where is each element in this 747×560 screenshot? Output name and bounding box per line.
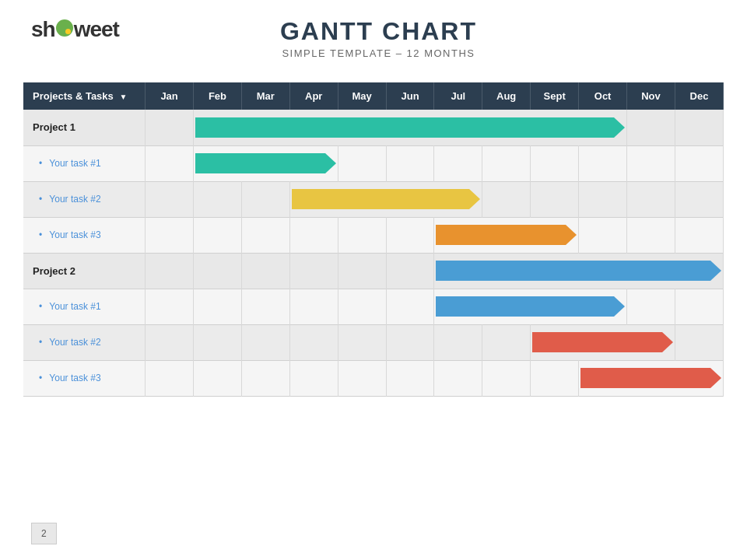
col-jul: Jul	[434, 82, 482, 110]
project1-bar-dec	[675, 110, 723, 145]
task2-p2-may	[338, 324, 386, 360]
task3-p2-sept	[531, 360, 579, 396]
col-jun: Jun	[386, 82, 434, 110]
task3-p1-oct	[579, 217, 627, 253]
task2-p1-oct	[579, 181, 627, 217]
task-bullet: •	[39, 373, 42, 383]
task2-p1-label: • Your task #2	[23, 181, 146, 217]
task2-p1-dec	[675, 181, 723, 217]
col-apr: Apr	[289, 82, 338, 110]
task3-p2-bar	[579, 360, 724, 396]
task3-p1-jan	[146, 217, 194, 253]
table-row: • Your task #3	[23, 217, 724, 253]
table-row: Project 1	[23, 110, 724, 145]
task3-p1-nov	[627, 217, 675, 253]
task3-p2-may	[338, 360, 386, 396]
header: shweet Gantt Chart Simple Template – 12 …	[0, 0, 747, 67]
task2-p1-aug	[482, 181, 531, 217]
col-jan: Jan	[146, 82, 194, 110]
task2-p1-nov	[627, 181, 675, 217]
task-bullet: •	[39, 301, 42, 312]
gantt-table: Projects & Tasks ▼ Jan Feb Mar Apr May J…	[23, 82, 724, 397]
task1-p1-jan	[146, 145, 194, 181]
project1-bar-jan	[146, 110, 194, 145]
task1-p2-may	[338, 289, 386, 324]
task1-p1-jul	[434, 145, 482, 181]
table-row: • Your task #1	[23, 289, 724, 324]
project2-jun	[386, 253, 434, 289]
table-header: Projects & Tasks ▼ Jan Feb Mar Apr May J…	[23, 82, 724, 110]
task3-p1-feb	[194, 217, 242, 253]
task2-p2-aug	[482, 324, 531, 360]
task1-p2-mar	[241, 289, 289, 324]
project2-label: Project 2	[23, 253, 146, 289]
project2-feb	[194, 253, 242, 289]
sub-title: Simple Template – 12 Months	[280, 47, 477, 59]
col-oct: Oct	[579, 82, 627, 110]
logo-text-sh: sh	[31, 17, 55, 42]
col-projects-header[interactable]: Projects & Tasks ▼	[23, 82, 146, 110]
col-may: May	[338, 82, 386, 110]
logo-text-weet: weet	[74, 17, 119, 42]
task1-p2-jan	[146, 289, 194, 324]
task2-p1-mar	[241, 181, 289, 217]
task3-p1-label: • Your task #3	[23, 217, 146, 253]
project2-mar	[241, 253, 289, 289]
project1-bar	[194, 110, 627, 145]
project2-apr	[289, 253, 338, 289]
project2-may	[338, 253, 386, 289]
task2-p2-jan	[146, 324, 194, 360]
logo-icon	[56, 19, 73, 37]
task2-p2-jul	[434, 324, 482, 360]
task1-p1-jun	[386, 145, 434, 181]
col-aug: Aug	[482, 82, 531, 110]
task1-p2-apr	[289, 289, 338, 324]
task2-p1-bar	[289, 181, 482, 217]
task-bullet: •	[39, 158, 42, 169]
task3-p2-aug	[482, 360, 531, 396]
task1-p1-label: • Your task #1	[23, 145, 146, 181]
task3-p2-jan	[146, 360, 194, 396]
task3-p2-mar	[241, 360, 289, 396]
task1-p1-nov	[627, 145, 675, 181]
task1-p1-may	[338, 145, 386, 181]
task1-p2-dec	[675, 289, 723, 324]
task1-p1-aug	[482, 145, 531, 181]
table-row: • Your task #2	[23, 181, 724, 217]
task3-p1-may	[338, 217, 386, 253]
table-row: • Your task #1	[23, 145, 724, 181]
project2-jan	[146, 253, 194, 289]
task3-p1-bar	[434, 217, 579, 253]
task1-p1-oct	[579, 145, 627, 181]
sort-icon[interactable]: ▼	[119, 93, 127, 101]
table-row: • Your task #3	[23, 360, 724, 396]
task2-p2-dec	[675, 324, 723, 360]
table-body: Project 1 • Your task #1	[23, 110, 724, 396]
main-title: Gantt Chart	[280, 17, 477, 46]
task1-p2-feb	[194, 289, 242, 324]
col-feb: Feb	[194, 82, 242, 110]
task-bullet: •	[39, 337, 42, 348]
task1-p1-dec	[675, 145, 723, 181]
task2-p2-jun	[386, 324, 434, 360]
chart-area: Projects & Tasks ▼ Jan Feb Mar Apr May J…	[23, 82, 724, 397]
task1-p1-bar	[194, 145, 338, 181]
task3-p1-dec	[675, 217, 723, 253]
task2-p2-bar	[531, 324, 675, 360]
task2-p2-mar	[241, 324, 289, 360]
task-bullet: •	[39, 194, 42, 205]
task1-p2-nov	[627, 289, 675, 324]
task3-p2-jun	[386, 360, 434, 396]
project1-bar-nov	[627, 110, 675, 145]
logo: shweet	[31, 17, 119, 42]
footer: 2	[31, 523, 57, 544]
table-row: Project 2	[23, 253, 724, 289]
task1-p2-label: • Your task #1	[23, 289, 146, 324]
table-row: • Your task #2	[23, 324, 724, 360]
header-row: Projects & Tasks ▼ Jan Feb Mar Apr May J…	[23, 82, 724, 110]
col-dec: Dec	[675, 82, 723, 110]
task3-p2-feb	[194, 360, 242, 396]
task1-p2-bar	[434, 289, 627, 324]
task2-p2-label: • Your task #2	[23, 324, 146, 360]
task2-p1-feb	[194, 181, 242, 217]
